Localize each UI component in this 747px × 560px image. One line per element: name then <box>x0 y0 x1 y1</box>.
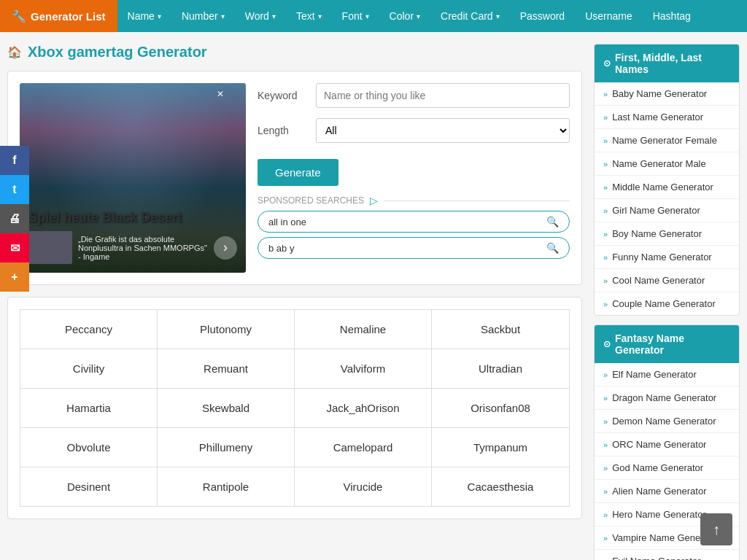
result-cell[interactable]: Virucide <box>295 467 432 506</box>
page-title: Xbox gamertag Generator <box>28 44 207 61</box>
sidebar-list-item[interactable]: »Evil Name Generator <box>595 550 739 560</box>
sidebar-link[interactable]: »Name Generator Male <box>595 152 739 175</box>
more-share-button[interactable]: + <box>0 262 29 292</box>
chevron-right-icon: » <box>603 136 608 145</box>
sidebar-list-item[interactable]: »Name Generator Male <box>595 152 739 176</box>
sidebar-fantasy-link[interactable]: »Demon Name Generator <box>595 410 739 432</box>
sidebar-link[interactable]: »Last Name Generator <box>595 106 739 128</box>
nav-item-password[interactable]: Password <box>510 0 575 32</box>
sponsored-search-2[interactable]: b ab y 🔍 <box>258 237 570 259</box>
generate-button[interactable]: Generate <box>258 159 338 186</box>
names-section: ⊙ First, Middle, Last Names »Baby Name G… <box>594 44 740 316</box>
result-cell[interactable]: Sackbut <box>432 310 569 349</box>
sidebar-list-item[interactable]: »Couple Name Generator <box>595 292 739 315</box>
sidebar-list-item[interactable]: »Demon Name Generator <box>595 410 739 433</box>
result-cell[interactable]: Ultradian <box>432 349 569 389</box>
nav-link-number[interactable]: Number ▾ <box>171 0 235 32</box>
result-cell[interactable]: Peccancy <box>20 310 158 349</box>
length-label: Length <box>258 125 309 136</box>
sidebar-link[interactable]: »Cool Name Generator <box>595 269 739 292</box>
sidebar-fantasy-link[interactable]: »Evil Name Generator <box>595 550 739 560</box>
ad-next-button[interactable]: › <box>214 236 237 260</box>
nav-item-number[interactable]: Number ▾ <box>171 0 235 32</box>
result-cell[interactable]: Phillumeny <box>158 428 295 467</box>
sidebar-list-item[interactable]: »Name Generator Female <box>595 129 739 152</box>
result-cell[interactable]: Skewbald <box>158 389 295 428</box>
sidebar-list-item[interactable]: »Cool Name Generator <box>595 269 739 292</box>
nav-link-text[interactable]: Text ▾ <box>286 0 332 32</box>
nav-link-name[interactable]: Name ▾ <box>117 0 171 32</box>
sidebar-link[interactable]: »Funny Name Generator <box>595 246 739 268</box>
nav-item-creditcard[interactable]: Credit Card ▾ <box>430 0 510 32</box>
nav-item-word[interactable]: Word ▾ <box>235 0 286 32</box>
nav-item-hashtag[interactable]: Hashtag <box>643 0 701 32</box>
sponsored-text: SPONSORED SEARCHES <box>258 195 364 206</box>
nav-link-word[interactable]: Word ▾ <box>235 0 286 32</box>
result-cell[interactable]: Jack_ahOrison <box>295 389 432 428</box>
ad-close-icon[interactable]: ✕ <box>217 89 224 99</box>
sidebar-list-item[interactable]: »Middle Name Generator <box>595 176 739 199</box>
nav-link-hashtag[interactable]: Hashtag <box>643 0 701 32</box>
email-share-button[interactable]: ✉ <box>0 233 29 262</box>
nav-link-font[interactable]: Font ▾ <box>332 0 379 32</box>
sidebar-list-item[interactable]: »Girl Name Generator <box>595 199 739 222</box>
sidebar-fantasy-link[interactable]: »Dragon Name Generator <box>595 386 739 409</box>
result-cell[interactable]: Civility <box>20 349 158 389</box>
sidebar-link[interactable]: »Boy Name Generator <box>595 222 739 245</box>
result-cell[interactable]: Camelopard <box>295 428 432 467</box>
sidebar-link[interactable]: »Couple Name Generator <box>595 292 739 315</box>
nav-link-creditcard[interactable]: Credit Card ▾ <box>430 0 510 32</box>
result-cell[interactable]: Rantipole <box>158 467 295 506</box>
sidebar-list-item[interactable]: »Dragon Name Generator <box>595 386 739 410</box>
print-button[interactable]: 🖨 <box>0 204 29 233</box>
result-cell[interactable]: Orisonfan08 <box>432 389 569 428</box>
ad-thumbnail <box>28 231 72 264</box>
nav-link-username[interactable]: Username <box>575 0 643 32</box>
result-cell[interactable]: Obvolute <box>20 428 158 467</box>
sponsored-search-1[interactable]: all in one 🔍 <box>258 211 570 233</box>
sidebar-list-item[interactable]: »Boy Name Generator <box>595 222 739 246</box>
nav-item-name[interactable]: Name ▾ <box>117 0 171 32</box>
result-cell[interactable]: Nemaline <box>295 310 432 349</box>
caret-icon: ▾ <box>496 12 500 20</box>
sidebar-link[interactable]: »Baby Name Generator <box>595 82 739 105</box>
sidebar-fantasy-link[interactable]: »God Name Generator <box>595 456 739 479</box>
result-cell[interactable]: Hamartia <box>20 389 158 428</box>
sidebar-list-item[interactable]: »Alien Name Generator <box>595 480 739 503</box>
sidebar-list-item[interactable]: »Elf Name Generator <box>595 363 739 386</box>
result-cell[interactable]: Tympanum <box>432 428 569 467</box>
nav-item-username[interactable]: Username <box>575 0 643 32</box>
chevron-right-icon: » <box>603 370 608 379</box>
result-cell[interactable]: Valviform <box>295 349 432 389</box>
sidebar-list-item[interactable]: »Baby Name Generator <box>595 82 739 106</box>
nav-link-password[interactable]: Password <box>510 0 575 32</box>
sidebar-list-item[interactable]: »Last Name Generator <box>595 106 739 129</box>
keyword-input[interactable] <box>316 83 570 108</box>
nav-link-color[interactable]: Color ▾ <box>379 0 430 32</box>
chevron-right-icon: » <box>603 276 608 285</box>
result-cell[interactable]: Desinent <box>20 467 158 506</box>
sidebar-link[interactable]: »Girl Name Generator <box>595 199 739 222</box>
home-icon[interactable]: 🏠 <box>7 45 22 59</box>
circle-icon-2: ⊙ <box>603 339 611 349</box>
length-select[interactable]: All Short Medium Long <box>316 118 570 143</box>
navbar-brand[interactable]: 🔧 Generator List <box>0 0 117 32</box>
sidebar-fantasy-link[interactable]: »Alien Name Generator <box>595 480 739 502</box>
facebook-share-button[interactable]: f <box>0 146 29 175</box>
play-icon[interactable]: ▷ <box>370 195 378 206</box>
sidebar-link[interactable]: »Middle Name Generator <box>595 176 739 198</box>
sidebar-fantasy-link[interactable]: »ORC Name Generator <box>595 433 739 456</box>
nav-item-text[interactable]: Text ▾ <box>286 0 332 32</box>
result-cell[interactable]: Remuant <box>158 349 295 389</box>
sidebar-list-item[interactable]: »ORC Name Generator <box>595 433 739 456</box>
nav-item-color[interactable]: Color ▾ <box>379 0 430 32</box>
back-to-top-button[interactable]: ↑ <box>700 513 732 545</box>
sidebar-link[interactable]: »Name Generator Female <box>595 129 739 152</box>
nav-item-font[interactable]: Font ▾ <box>332 0 379 32</box>
twitter-share-button[interactable]: t <box>0 175 29 204</box>
sidebar-fantasy-link[interactable]: »Elf Name Generator <box>595 363 739 386</box>
result-cell[interactable]: Plutonomy <box>158 310 295 349</box>
sidebar-list-item[interactable]: »God Name Generator <box>595 456 739 480</box>
result-cell[interactable]: Cacaesthesia <box>432 467 569 506</box>
sidebar-list-item[interactable]: »Funny Name Generator <box>595 246 739 269</box>
